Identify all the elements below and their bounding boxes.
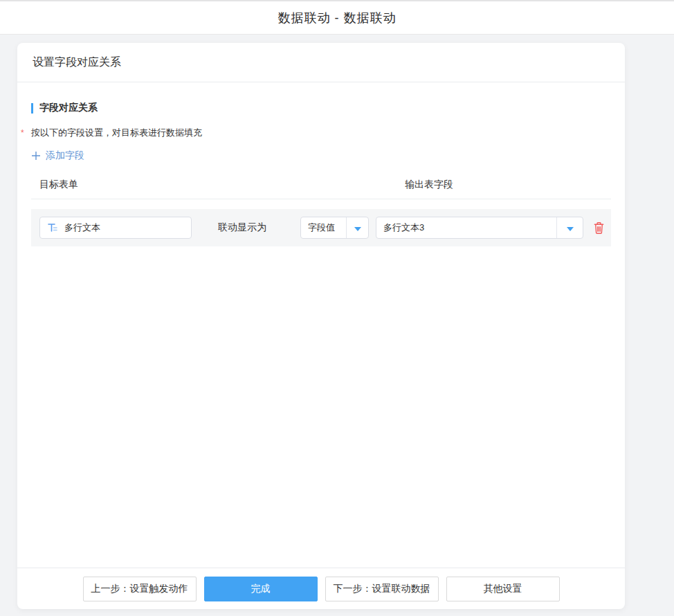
required-asterisk: * <box>21 127 31 138</box>
footer-actions: 上一步：设置触发动作 完成 下一步：设置联动数据 其他设置 <box>17 568 625 609</box>
trash-icon[interactable] <box>592 220 605 235</box>
prev-step-button[interactable]: 上一步：设置触发动作 <box>83 577 197 601</box>
finish-button[interactable]: 完成 <box>204 577 318 601</box>
header-divider <box>31 199 611 199</box>
display-type-dropdown[interactable]: 字段值 <box>300 217 369 239</box>
display-type-value: 字段值 <box>301 221 346 234</box>
target-field-value: 多行文本 <box>64 221 100 234</box>
settings-card: 设置字段对应关系 字段对应关系 * 按以下的字段设置，对目标表进行数据填充 添加… <box>17 43 625 609</box>
column-target-form: 目标表单 <box>39 179 78 191</box>
multiline-text-icon <box>47 222 58 233</box>
next-step-button[interactable]: 下一步：设置联动数据 <box>325 577 439 601</box>
section-description: * 按以下的字段设置，对目标表进行数据填充 <box>21 127 611 139</box>
caret-down-icon <box>346 217 368 238</box>
section-header: 字段对应关系 <box>31 102 611 114</box>
plus-icon <box>31 151 41 161</box>
page-title: 数据联动 - 数据联动 <box>278 10 397 26</box>
card-body: 字段对应关系 * 按以下的字段设置，对目标表进行数据填充 添加字段 目标表单 输… <box>17 82 625 568</box>
add-field-label: 添加字段 <box>46 150 84 162</box>
column-headers: 目标表单 输出表字段 <box>31 179 611 192</box>
accent-bar <box>31 103 33 114</box>
mapping-row: 多行文本 联动显示为 字段值 多行文本3 <box>31 209 611 246</box>
target-field-select[interactable]: 多行文本 <box>39 217 192 239</box>
caret-down-icon <box>556 217 583 238</box>
other-settings-button[interactable]: 其他设置 <box>446 577 560 601</box>
column-output-field: 输出表字段 <box>405 179 453 191</box>
output-field-value: 多行文本3 <box>376 221 556 234</box>
description-text: 按以下的字段设置，对目标表进行数据填充 <box>31 127 202 139</box>
add-field-button[interactable]: 添加字段 <box>31 150 84 162</box>
card-title: 设置字段对应关系 <box>17 43 625 82</box>
section-title: 字段对应关系 <box>39 102 98 114</box>
output-field-dropdown[interactable]: 多行文本3 <box>376 217 583 239</box>
relation-label: 联动显示为 <box>218 221 266 234</box>
dialog-header: 数据联动 - 数据联动 <box>0 0 674 35</box>
